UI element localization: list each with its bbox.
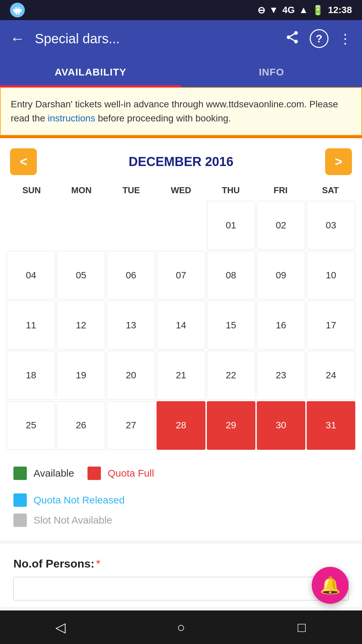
weekday-thu: THU — [206, 182, 256, 201]
cal-cell-empty — [157, 201, 205, 250]
fab-bell-icon: 🔔 — [320, 576, 341, 595]
cal-cell-day[interactable]: 22 — [207, 351, 255, 399]
battery-icon: 🔋 — [312, 5, 324, 16]
cal-cell-day[interactable]: 15 — [207, 301, 255, 350]
app-bar: ← Special dars... ? ⋮ — [0, 20, 362, 57]
nav-back-button[interactable]: ◁ — [47, 614, 74, 641]
svg-rect-4 — [20, 9, 22, 11]
help-button[interactable]: ? — [310, 29, 328, 48]
app-bar-title: Special dars... — [35, 31, 275, 46]
cal-cell-day[interactable]: 21 — [157, 351, 205, 399]
cal-cell-day[interactable]: 14 — [157, 301, 205, 350]
persons-input[interactable] — [13, 577, 349, 600]
legend-slot-not-available-box — [13, 514, 27, 527]
status-bar-right: ⊖ ▼ 4G ▲ 🔋 12:38 — [257, 5, 352, 16]
calendar-grid: 0102030405060708091011121314151617181920… — [0, 201, 362, 457]
svg-point-8 — [287, 35, 291, 39]
svg-point-9 — [294, 40, 298, 43]
cal-cell-day[interactable]: 17 — [307, 301, 355, 350]
persons-label: No.of Persons: — [13, 557, 95, 570]
cal-cell-day[interactable]: 01 — [207, 201, 255, 250]
instructions-link[interactable]: instructions — [48, 113, 96, 123]
status-bar: ⊖ ▼ 4G ▲ 🔋 12:38 — [0, 0, 362, 20]
help-icon: ? — [316, 33, 322, 45]
cal-cell-day[interactable]: 09 — [257, 251, 305, 300]
calendar-month-title: DECEMBER 2016 — [129, 155, 234, 169]
svg-point-7 — [294, 31, 298, 35]
calendar-container: < DECEMBER 2016 > SUN MON TUE WED THU FR… — [0, 136, 362, 457]
cal-cell-day[interactable]: 29 — [207, 401, 255, 450]
cal-cell-day[interactable]: 12 — [57, 301, 105, 350]
prev-month-button[interactable]: < — [10, 148, 37, 175]
cal-cell-day[interactable]: 23 — [257, 351, 305, 399]
cal-cell-day[interactable]: 11 — [7, 301, 55, 350]
cal-cell-day[interactable]: 27 — [107, 401, 155, 450]
back-button[interactable]: ← — [10, 30, 25, 47]
cal-cell-day[interactable]: 16 — [257, 301, 305, 350]
notice-box: Entry Darshan' tickets well-in advance t… — [0, 87, 362, 136]
cal-cell-day[interactable]: 25 — [7, 401, 55, 450]
weekday-sat: SAT — [305, 182, 355, 201]
cal-cell-day[interactable]: 24 — [307, 351, 355, 399]
cal-cell-day[interactable]: 28 — [157, 401, 205, 450]
app-bar-icons: ? ⋮ — [285, 29, 352, 48]
android-icon — [10, 3, 25, 17]
cal-cell-empty — [7, 201, 55, 250]
nav-home-button[interactable]: ○ — [168, 614, 194, 641]
nav-home-icon: ○ — [177, 620, 185, 635]
legend-slot-not-available-label: Slot Not Available — [34, 515, 112, 526]
minus-icon: ⊖ — [257, 5, 265, 16]
calendar-weekdays: SUN MON TUE WED THU FRI SAT — [0, 182, 362, 201]
next-month-button[interactable]: > — [325, 148, 352, 175]
cal-cell-day[interactable]: 02 — [257, 201, 305, 250]
legend-quota-not-released: Quota Not Released — [13, 493, 349, 507]
cal-cell-empty — [57, 201, 105, 250]
weekday-fri: FRI — [256, 182, 306, 201]
cal-cell-day[interactable]: 08 — [207, 251, 255, 300]
svg-rect-3 — [13, 9, 14, 11]
more-options-button[interactable]: ⋮ — [339, 31, 352, 46]
cal-cell-day[interactable]: 20 — [107, 351, 155, 399]
signal-icon: ▲ — [299, 5, 308, 15]
svg-point-1 — [18, 7, 19, 8]
legend-quota-full-box — [87, 467, 101, 480]
cal-cell-day[interactable]: 19 — [57, 351, 105, 399]
legend-slot-not-available: Slot Not Available — [13, 514, 349, 527]
form-section: No.of Persons: * — [0, 544, 362, 607]
legend-quota-full-label: Quota Full — [108, 468, 154, 479]
time-display: 12:38 — [328, 5, 352, 15]
weekday-tue: TUE — [106, 182, 156, 201]
legend-quota-not-released-label: Quota Not Released — [34, 494, 125, 506]
fab-button[interactable]: 🔔 — [312, 567, 349, 604]
weekday-wed: WED — [156, 182, 206, 201]
cal-cell-day[interactable]: 26 — [57, 401, 105, 450]
cal-cell-day[interactable]: 06 — [107, 251, 155, 300]
legend-quota-full: Quota Full — [87, 467, 154, 480]
cal-cell-day[interactable]: 13 — [107, 301, 155, 350]
legend-available-box — [13, 467, 27, 480]
wifi-icon: ▼ — [269, 5, 279, 15]
required-star: * — [96, 557, 100, 570]
cal-cell-day[interactable]: 10 — [307, 251, 355, 300]
cal-cell-day[interactable]: 07 — [157, 251, 205, 300]
svg-rect-5 — [16, 13, 17, 15]
svg-point-0 — [15, 7, 17, 8]
svg-rect-2 — [14, 9, 21, 13]
nav-recent-button[interactable]: □ — [288, 614, 315, 641]
svg-line-11 — [290, 34, 295, 36]
cal-cell-day[interactable]: 31 — [307, 401, 355, 450]
cal-cell-day[interactable]: 04 — [7, 251, 55, 300]
cal-cell-day[interactable]: 05 — [57, 251, 105, 300]
cal-cell-day[interactable]: 03 — [307, 201, 355, 250]
calendar-header: < DECEMBER 2016 > — [0, 138, 362, 182]
tab-availability[interactable]: AVAILABILITY — [0, 57, 181, 87]
legend-available-label: Available — [34, 468, 74, 479]
cal-cell-empty — [107, 201, 155, 250]
svg-rect-6 — [18, 13, 19, 15]
cal-cell-day[interactable]: 18 — [7, 351, 55, 399]
nav-back-icon: ◁ — [55, 620, 66, 635]
share-button[interactable] — [285, 30, 300, 48]
cal-cell-day[interactable]: 30 — [257, 401, 305, 450]
nav-recent-icon: □ — [298, 620, 306, 635]
tab-info[interactable]: INFO — [181, 57, 362, 87]
